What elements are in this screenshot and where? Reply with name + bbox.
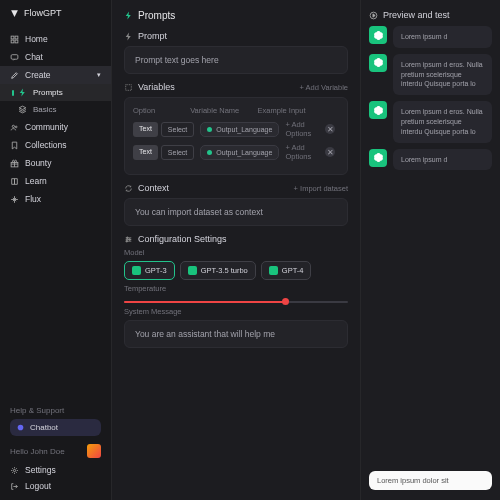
- svg-rect-2: [11, 40, 14, 43]
- variables-section: Variables+ Add Variable OptionVariable N…: [124, 82, 348, 175]
- chatbot-label: Chatbot: [30, 423, 58, 432]
- book-icon: [10, 177, 19, 186]
- gpt-avatar-icon: [369, 26, 387, 44]
- sidebar-item-settings[interactable]: Settings: [10, 462, 101, 478]
- model-picker: GPT-3 GPT-3.5 turbo GPT-4: [124, 261, 348, 280]
- model-option[interactable]: GPT-3.5 turbo: [180, 261, 256, 280]
- bolt-icon: [124, 32, 133, 41]
- svg-rect-0: [11, 36, 14, 39]
- message-bubble: Lorem ipsum d eros. Nulla pretium sceler…: [393, 101, 492, 142]
- sidebar-item-label: Community: [25, 122, 68, 132]
- users-icon: [10, 123, 19, 132]
- svg-rect-4: [11, 54, 18, 59]
- add-options-button[interactable]: + Add Options: [285, 120, 319, 138]
- col-variable: Variable Name: [190, 106, 251, 115]
- chat-message: Lorem ipsum d eros. Nulla pretium sceler…: [369, 101, 492, 142]
- main-panel: Prompts Prompt Prompt text goes here Var…: [112, 0, 360, 500]
- col-example: Example Input: [258, 106, 319, 115]
- settings-label: Settings: [25, 465, 56, 475]
- svg-point-6: [15, 126, 17, 128]
- sidebar-item-home[interactable]: Home: [0, 30, 111, 48]
- col-option: Option: [133, 106, 184, 115]
- sidebar-item-learn[interactable]: Learn: [0, 172, 111, 190]
- add-options-button[interactable]: + Add Options: [285, 143, 319, 161]
- sidebar-item-community[interactable]: Community: [0, 118, 111, 136]
- prompt-heading: Prompt: [124, 31, 348, 41]
- option-toggle[interactable]: TextSelect: [133, 122, 194, 137]
- temperature-slider[interactable]: [124, 301, 348, 303]
- hello-text: Hello John Doe: [10, 447, 65, 456]
- svg-point-13: [126, 240, 128, 242]
- chat-input[interactable]: Lorem ipsum dolor sit: [369, 471, 492, 490]
- model-option[interactable]: GPT-3: [124, 261, 175, 280]
- sidebar: FlowGPT Home Chat Create▾ Prompts Basics…: [0, 0, 112, 500]
- context-heading: Context: [124, 183, 169, 193]
- sidebar-item-flux[interactable]: Flux: [0, 190, 111, 208]
- avatar[interactable]: [87, 444, 101, 458]
- variable-name-input[interactable]: Output_Language: [200, 122, 279, 137]
- slider-thumb[interactable]: [282, 298, 289, 305]
- add-variable-button[interactable]: + Add Variable: [300, 83, 348, 92]
- chatbot-row[interactable]: Chatbot: [10, 419, 101, 436]
- dotted-square-icon: [124, 83, 133, 92]
- preview-heading: Preview and test: [369, 10, 492, 20]
- sidebar-footer: Help & Support Chatbot Hello John Doe Se…: [0, 400, 111, 500]
- sidebar-item-bounty[interactable]: Bounty: [0, 154, 111, 172]
- svg-point-8: [18, 425, 24, 431]
- bolt-icon: [124, 11, 133, 20]
- delete-row-button[interactable]: ✕: [325, 124, 335, 134]
- sidebar-item-create[interactable]: Create▾: [0, 66, 111, 84]
- vars-heading: Variables: [124, 82, 175, 92]
- option-toggle[interactable]: TextSelect: [133, 145, 194, 160]
- context-box[interactable]: You can import dataset as context: [124, 198, 348, 226]
- layers-icon: [18, 105, 27, 114]
- sidebar-item-label: Create: [25, 70, 51, 80]
- variable-name-input[interactable]: Output_Language: [200, 145, 279, 160]
- sidebar-item-chat[interactable]: Chat: [0, 48, 111, 66]
- message-bubble: Lorem ipsum d eros. Nulla pretium sceler…: [393, 54, 492, 95]
- message-bubble: Lorem ipsum d: [393, 26, 492, 48]
- refresh-icon: [124, 184, 133, 193]
- sidebar-item-label: Flux: [25, 194, 41, 204]
- system-message-input[interactable]: You are an assistant that will help me: [124, 320, 348, 348]
- sparkle-icon: [10, 195, 19, 204]
- svg-point-5: [12, 125, 14, 127]
- sidebar-item-logout[interactable]: Logout: [10, 478, 101, 494]
- preview-panel: Preview and test Lorem ipsum d Lorem ips…: [360, 0, 500, 500]
- prompt-input[interactable]: Prompt text goes here: [124, 46, 348, 74]
- sidebar-item-label: Collections: [25, 140, 67, 150]
- svg-point-11: [127, 236, 129, 238]
- sidebar-item-basics[interactable]: Basics: [0, 101, 111, 118]
- sidebar-item-collections[interactable]: Collections: [0, 136, 111, 154]
- grid-icon: [10, 35, 19, 44]
- svg-rect-3: [15, 40, 18, 43]
- sidebar-item-label: Learn: [25, 176, 47, 186]
- bot-icon: [16, 423, 25, 432]
- logo-icon: [10, 9, 19, 18]
- temperature-label: Temperature: [124, 284, 348, 293]
- pencil-icon: [10, 71, 19, 80]
- chevron-down-icon: ▾: [97, 71, 101, 79]
- variables-table: OptionVariable NameExample Input TextSel…: [124, 97, 348, 175]
- import-dataset-button[interactable]: + Import dataset: [294, 184, 348, 193]
- page-title: Prompts: [138, 10, 175, 21]
- plus-icon: +: [294, 184, 298, 193]
- sliders-icon: [124, 235, 133, 244]
- chat-icon: [10, 53, 19, 62]
- logout-label: Logout: [25, 481, 51, 491]
- bookmark-icon: [10, 141, 19, 150]
- app-name: FlowGPT: [24, 8, 62, 18]
- delete-row-button[interactable]: ✕: [325, 147, 335, 157]
- sidebar-item-prompts[interactable]: Prompts: [0, 84, 111, 101]
- chat-message: Lorem ipsum d: [369, 149, 492, 171]
- chat-message: Lorem ipsum d: [369, 26, 492, 48]
- config-heading: Configuration Settings: [124, 234, 348, 244]
- sidebar-item-label: Basics: [33, 105, 57, 114]
- sidebar-item-label: Prompts: [33, 88, 63, 97]
- model-option[interactable]: GPT-4: [261, 261, 312, 280]
- svg-point-12: [129, 238, 131, 240]
- page-header: Prompts: [124, 10, 348, 21]
- sidebar-item-label: Bounty: [25, 158, 51, 168]
- bolt-icon: [18, 88, 27, 97]
- user-row: Hello John Doe: [10, 440, 101, 462]
